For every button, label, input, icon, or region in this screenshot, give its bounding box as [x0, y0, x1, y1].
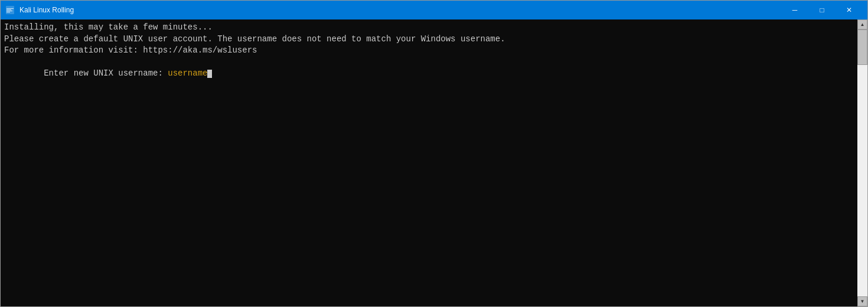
svg-rect-4	[6, 12, 10, 12]
close-button[interactable]: ✕	[836, 1, 863, 19]
terminal[interactable]: Installing, this may take a few minutes.…	[1, 19, 857, 306]
scrollbar-down-arrow[interactable]: ▼	[857, 296, 867, 306]
scrollbar-thumb[interactable]	[857, 30, 867, 65]
scrollbar-track[interactable]	[857, 30, 867, 296]
terminal-line-4: Enter new UNIX username: username	[4, 57, 854, 92]
terminal-prompt: Enter new UNIX username:	[44, 68, 168, 78]
terminal-cursor	[207, 70, 212, 78]
minimize-button[interactable]: ─	[781, 1, 808, 19]
window-body: Installing, this may take a few minutes.…	[1, 19, 867, 306]
window: Kali Linux Rolling ─ □ ✕ Installing, thi…	[0, 0, 868, 307]
svg-rect-1	[6, 8, 14, 9]
terminal-line-3: For more information visit: https://aka.…	[4, 45, 854, 57]
svg-rect-3	[6, 11, 12, 11]
maximize-button[interactable]: □	[808, 1, 836, 19]
title-bar: Kali Linux Rolling ─ □ ✕	[1, 1, 867, 19]
window-icon	[5, 5, 15, 15]
scrollbar[interactable]: ▲ ▼	[857, 19, 867, 306]
terminal-line-2: Please create a default UNIX user accoun…	[4, 34, 854, 45]
terminal-input: username	[168, 68, 207, 78]
window-title: Kali Linux Rolling	[19, 6, 781, 14]
terminal-line-1: Installing, this may take a few minutes.…	[4, 22, 854, 34]
scrollbar-up-arrow[interactable]: ▲	[857, 19, 867, 30]
svg-rect-2	[6, 9, 11, 10]
window-controls: ─ □ ✕	[781, 1, 863, 19]
